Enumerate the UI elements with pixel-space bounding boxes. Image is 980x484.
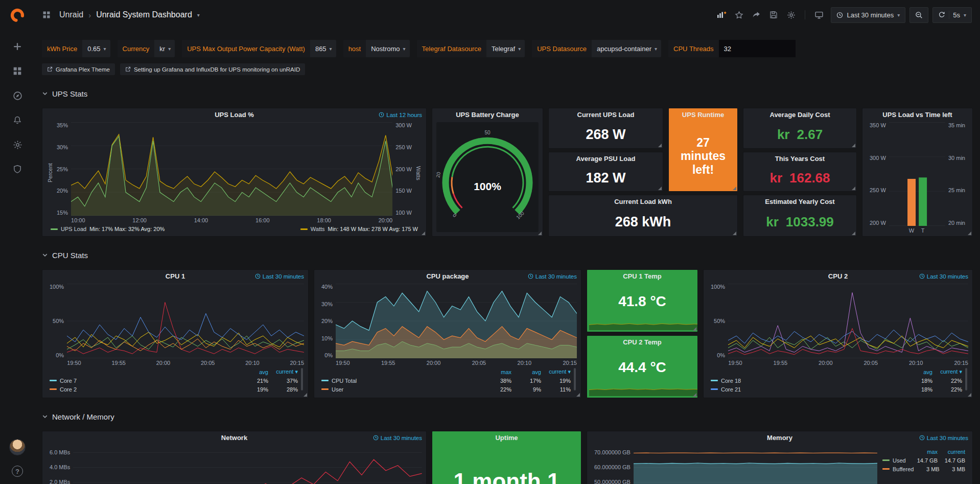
section-network-memory[interactable]: Network / Memory — [42, 410, 973, 423]
ups-load-chart[interactable] — [71, 122, 392, 216]
variable-value[interactable]: Nostromo — [366, 45, 403, 53]
resize-handle[interactable] — [538, 232, 542, 235]
resize-handle[interactable] — [968, 393, 971, 397]
settings-gear-icon[interactable] — [783, 7, 799, 22]
user-avatar[interactable] — [9, 439, 26, 455]
template-variable[interactable]: UPS Datasource apcupsd-container ▾ — [532, 40, 661, 57]
dashboard-link[interactable]: Grafana Plex Theme — [42, 63, 115, 75]
zoom-out-button[interactable] — [909, 7, 928, 23]
battery-gauge[interactable]: 02050100 100% — [436, 122, 539, 232]
resize-handle[interactable] — [733, 232, 736, 235]
title-caret-icon[interactable]: ▾ — [197, 12, 200, 18]
panel-title[interactable]: UPS Battery Charge — [456, 111, 519, 119]
resize-handle[interactable] — [852, 232, 855, 235]
template-variable[interactable]: kWh Price 0.65 ▾ — [42, 40, 110, 57]
variable-value[interactable]: 865 — [310, 45, 330, 53]
server-admin-shield-icon[interactable] — [12, 164, 23, 175]
section-ups-stats[interactable]: UPS Stats — [42, 87, 973, 100]
resize-handle[interactable] — [968, 232, 971, 235]
resize-handle[interactable] — [693, 327, 696, 331]
cpu-package-chart[interactable] — [336, 284, 577, 358]
dashboards-icon[interactable] — [12, 65, 23, 77]
legend-scrollbar[interactable] — [965, 368, 967, 390]
resize-handle[interactable] — [852, 187, 855, 190]
legend-scrollbar[interactable] — [574, 368, 576, 390]
share-icon[interactable] — [749, 7, 764, 22]
template-variable[interactable]: host Nostromo ▾ — [343, 40, 410, 57]
variable-value[interactable]: kr — [154, 45, 168, 53]
network-chart[interactable] — [73, 445, 422, 484]
template-variable[interactable]: Telegraf Datasource Telegraf ▾ — [417, 40, 525, 57]
legend-scrollbar[interactable] — [301, 368, 303, 390]
resize-handle[interactable] — [852, 144, 855, 147]
legend-series[interactable]: User — [321, 386, 482, 393]
section-cpu-stats[interactable]: CPU Stats — [42, 249, 973, 261]
load-vs-time-chart[interactable]: WT — [889, 122, 945, 234]
variable-value[interactable]: apcupsd-container — [592, 45, 655, 53]
cycle-view-monitor-icon[interactable] — [811, 7, 827, 22]
legend-col-avg[interactable]: avg — [239, 369, 268, 375]
panel-title[interactable]: Average Daily Cost — [769, 111, 830, 119]
star-icon[interactable] — [731, 7, 746, 22]
legend-col-current[interactable]: current — [938, 449, 965, 455]
panel-title[interactable]: UPS Runtime — [682, 111, 724, 119]
time-range-picker[interactable]: Last 30 minutes ▾ — [831, 7, 905, 23]
memory-chart[interactable] — [634, 445, 877, 484]
legend-col-current[interactable]: current ▾ — [541, 368, 571, 375]
legend-series[interactable]: Used — [882, 457, 910, 464]
panel-title[interactable]: Network — [221, 434, 247, 442]
panel-title[interactable]: UPS Load vs Time left — [882, 111, 952, 119]
variable-value[interactable]: Telegraf — [486, 45, 518, 53]
refresh-picker[interactable]: 5s ▾ — [932, 7, 972, 23]
panel-title[interactable]: CPU 1 Temp — [623, 272, 662, 280]
save-icon[interactable] — [766, 7, 781, 22]
panel-title[interactable]: Current Load kWh — [614, 198, 672, 205]
cpu1-chart[interactable] — [67, 284, 304, 358]
legend-series[interactable]: Core 21 — [711, 386, 903, 393]
dashboard-title[interactable]: Unraid System Dashboard — [96, 10, 192, 19]
resize-handle[interactable] — [733, 187, 736, 190]
resize-handle[interactable] — [658, 187, 662, 190]
legend-col-current[interactable]: current ▾ — [268, 368, 298, 375]
legend-series[interactable]: Buffered — [882, 466, 914, 472]
cpu-threads-input[interactable] — [719, 40, 796, 57]
dashboard-link[interactable]: Setting up Grafana and InfluxDB for UPS … — [120, 63, 305, 75]
legend-col-avg[interactable]: avg — [511, 369, 541, 375]
panel-title[interactable]: CPU 1 — [166, 272, 185, 280]
panel-title[interactable]: CPU 2 — [828, 272, 848, 280]
legend-col-current[interactable]: current ▾ — [932, 368, 962, 375]
grafana-logo[interactable] — [7, 5, 28, 26]
panel-title[interactable]: Uptime — [495, 434, 518, 442]
legend-col-avg[interactable]: avg — [903, 369, 932, 375]
panel-title[interactable]: CPU package — [426, 272, 469, 280]
legend-series[interactable]: CPU Total — [321, 378, 482, 384]
explore-compass-icon[interactable] — [12, 90, 23, 101]
panel-title[interactable]: Memory — [767, 434, 792, 442]
panel-title[interactable]: Average PSU Load — [576, 155, 636, 163]
apps-grid-icon[interactable] — [39, 7, 54, 22]
resize-handle[interactable] — [658, 144, 662, 147]
template-variable[interactable]: UPS Max Output Power Capacity (Watt) 865… — [182, 40, 336, 57]
resize-handle[interactable] — [304, 393, 307, 397]
panel-title[interactable]: UPS Load % — [215, 111, 254, 119]
panel-title[interactable]: CPU 2 Temp — [623, 338, 662, 346]
help-icon[interactable]: ? — [12, 466, 23, 477]
resize-handle[interactable] — [576, 393, 580, 397]
legend-col-max[interactable]: max — [910, 449, 938, 455]
legend-series[interactable]: Core 2 — [50, 386, 239, 393]
panel-title[interactable]: Estimated Yearly Cost — [765, 198, 834, 205]
resize-handle[interactable] — [422, 232, 425, 235]
cpu2-chart[interactable] — [728, 284, 968, 358]
add-panel-icon[interactable] — [714, 7, 729, 22]
template-variable[interactable]: Currency kr ▾ — [118, 40, 175, 57]
legend-series[interactable]: Core 18 — [711, 378, 903, 384]
configuration-gear-icon[interactable] — [12, 139, 23, 150]
legend-col-max[interactable]: max — [482, 369, 511, 375]
legend-item[interactable]: UPS Load Min: 17% Max: 32% Avg: 20% — [51, 226, 165, 232]
panel-title[interactable]: This Years Cost — [775, 155, 825, 163]
panel-title[interactable]: Current UPS Load — [577, 111, 635, 119]
legend-series[interactable]: Core 7 — [50, 378, 239, 384]
alerting-bell-icon[interactable] — [12, 114, 23, 126]
resize-handle[interactable] — [693, 393, 696, 397]
breadcrumb-app[interactable]: Unraid — [59, 10, 83, 19]
